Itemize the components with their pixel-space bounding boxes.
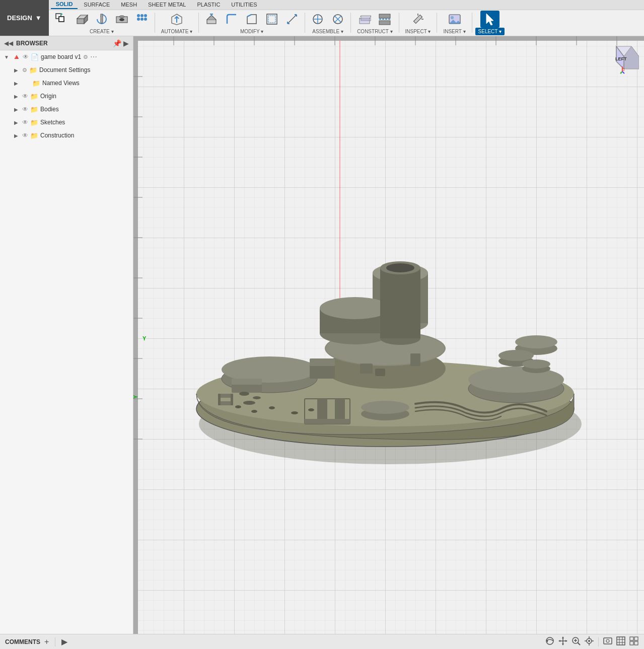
comments-label: COMMENTS — [5, 638, 40, 645]
browser-item-origin[interactable]: ▶ 👁 📁 Origin — [0, 90, 133, 103]
browser-pin-button[interactable]: 📌 — [113, 39, 121, 47]
automate-button[interactable] — [167, 11, 186, 28]
construct-group-label[interactable]: CONSTRUCT ▾ — [354, 28, 395, 35]
chamfer-button[interactable] — [242, 11, 261, 28]
revolve-icon — [95, 12, 109, 26]
viewport[interactable]: Y — [133, 36, 644, 634]
pattern-button[interactable] — [132, 11, 152, 28]
orbit-tool-button[interactable] — [545, 636, 555, 648]
divider1 — [155, 13, 155, 33]
press-pull-button[interactable] — [202, 11, 221, 28]
zoom-tool-button[interactable] — [571, 636, 581, 648]
browser-collapse-button[interactable]: ◀◀ — [4, 40, 13, 47]
tab-sheet-metal[interactable]: SHEET METAL — [143, 1, 191, 9]
svg-point-122 — [251, 410, 257, 413]
browser-item-construction[interactable]: ▶ 👁 📁 Construction — [0, 129, 133, 142]
svg-point-104 — [522, 359, 550, 369]
view-settings-button[interactable] — [629, 636, 639, 648]
insert-image-icon — [448, 12, 462, 26]
svg-point-90 — [320, 297, 390, 319]
browser-item-root[interactable]: ▼ 🔺 👁 📄 game board v1 ⚙ ⋯ — [0, 50, 133, 63]
expand-arrow-doc-settings: ▶ — [14, 67, 20, 73]
insert-group-label[interactable]: INSERT ▾ — [440, 28, 468, 35]
shell-button[interactable] — [262, 11, 281, 28]
divider5 — [399, 13, 399, 33]
pan-tool-button[interactable] — [558, 636, 568, 648]
item-label-sketches: Sketches — [40, 119, 65, 126]
add-comment-button[interactable]: + — [44, 637, 49, 646]
svg-point-14 — [144, 14, 147, 17]
browser-item-bodies[interactable]: ▶ 👁 📁 Bodies — [0, 103, 133, 116]
extrude-button[interactable] — [72, 11, 91, 28]
scale-button[interactable] — [282, 11, 302, 28]
midplane-button[interactable] — [375, 11, 394, 28]
svg-marker-142 — [562, 643, 564, 645]
svg-rect-161 — [617, 637, 625, 645]
svg-marker-50 — [486, 14, 493, 25]
joint2-button[interactable] — [328, 11, 347, 28]
expand-arrow-sketches: ▶ — [14, 120, 20, 125]
select-group-label[interactable]: SELECT ▾ — [475, 28, 505, 35]
viewport-grid: Y — [133, 36, 644, 634]
svg-text:LEFT: LEFT — [615, 56, 627, 61]
svg-rect-114 — [218, 394, 221, 405]
select-button[interactable] — [480, 11, 499, 28]
pattern-icon — [135, 12, 149, 26]
svg-rect-129 — [305, 419, 350, 424]
browser-header: ◀◀ BROWSER 📌 ▶ — [0, 36, 133, 50]
viewcube[interactable]: LEFT Z Y — [606, 41, 639, 74]
svg-rect-5 — [77, 19, 84, 24]
tab-mesh[interactable]: MESH — [116, 1, 142, 9]
automate-group-label[interactable]: AUTOMATE ▾ — [158, 28, 195, 35]
expand-arrow-root: ▼ — [4, 54, 10, 60]
browser-expand-button[interactable]: ▶ — [123, 39, 129, 47]
design-button[interactable]: DESIGN ▼ — [0, 0, 49, 36]
browser-item-named-views[interactable]: ▶ 📁 Named Views — [0, 77, 133, 90]
eye-icon-root[interactable]: 👁 — [23, 53, 29, 60]
svg-point-11 — [119, 16, 124, 18]
svg-point-156 — [606, 639, 609, 642]
divider2 — [198, 13, 199, 33]
assemble-group-label[interactable]: ASSEMBLE ▾ — [309, 28, 346, 35]
svg-point-48 — [451, 16, 454, 19]
tab-plastic[interactable]: PLASTIC — [192, 1, 225, 9]
inspect-group-label[interactable]: INSPECT ▾ — [402, 28, 434, 35]
new-component-button[interactable] — [52, 11, 71, 28]
svg-point-121 — [235, 405, 241, 408]
offset-plane-button[interactable] — [355, 11, 374, 28]
revolve-button[interactable] — [92, 11, 111, 28]
status-bar: COMMENTS + ▶ — [0, 634, 644, 649]
gear-icon-root[interactable]: ⚙ — [83, 54, 88, 60]
tab-solid[interactable]: SOLID — [51, 0, 78, 9]
tabs-row: SOLID SURFACE MESH SHEET METAL PLASTIC U… — [49, 0, 644, 10]
fillet-button[interactable] — [222, 11, 241, 28]
browser-item-doc-settings[interactable]: ▶ ⚙ 📁 Document Settings — [0, 63, 133, 77]
insert-image-button[interactable] — [445, 11, 464, 28]
modify-group-label[interactable]: MODIFY ▾ — [237, 28, 266, 35]
create-group-label[interactable]: CREATE ▾ — [87, 28, 117, 35]
extrude-icon — [75, 12, 89, 26]
dots-icon-root[interactable]: ⋯ — [90, 53, 97, 61]
tab-utilities[interactable]: UTILITIES — [226, 1, 262, 9]
svg-rect-118 — [360, 364, 373, 374]
eye-icon-bodies[interactable]: 👁 — [22, 106, 28, 113]
hole-button[interactable] — [112, 11, 131, 28]
svg-rect-164 — [630, 641, 633, 645]
gear-icon-doc-settings[interactable]: ⚙ — [22, 67, 27, 74]
svg-rect-42 — [379, 21, 390, 25]
joint-button[interactable] — [308, 11, 327, 28]
eye-icon-sketches[interactable]: 👁 — [22, 119, 28, 126]
svg-text:Y: Y — [133, 395, 138, 399]
svg-rect-115 — [231, 394, 233, 405]
grid-settings-button[interactable] — [616, 636, 626, 648]
eye-icon-construction[interactable]: 👁 — [22, 132, 28, 139]
eye-icon-origin[interactable]: 👁 — [22, 93, 28, 100]
browser-item-sketches[interactable]: ▶ 👁 📁 Sketches — [0, 116, 133, 129]
svg-rect-19 — [207, 20, 216, 24]
look-at-button[interactable] — [584, 636, 594, 648]
tab-surface[interactable]: SURFACE — [79, 1, 115, 9]
browser-title: BROWSER — [16, 40, 48, 47]
display-settings-button[interactable] — [603, 636, 613, 648]
panel-toggle-button[interactable]: ▶ — [61, 637, 67, 646]
measure-button[interactable] — [408, 11, 427, 28]
